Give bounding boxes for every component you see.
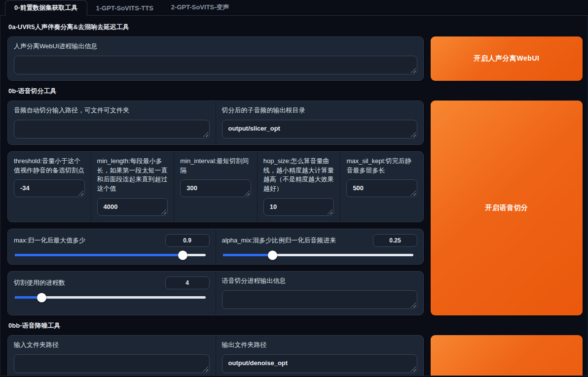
- tab-bar: 0-前置数据集获取工具 1-GPT-SoVITS-TTS 2-GPT-SoVIT…: [0, 0, 588, 16]
- slicer-max-sil-kept-textarea[interactable]: 500: [346, 179, 417, 197]
- slicer-threshold-textarea[interactable]: -34: [14, 179, 85, 197]
- slicer-output-dir-label: 切分后的子音频的输出根目录: [222, 106, 418, 115]
- slicer-hop-size-label: hop_size:怎么算音量曲线，越小精度越大计算量越高（不是精度越大效果越好）: [263, 157, 334, 194]
- slider-max-block: max:归一化后最大值多少: [8, 229, 216, 264]
- tab-content: 0a-UVR5人声伴奏分离&去混响去延迟工具 人声分离WebUI进程输出信息 开…: [0, 16, 588, 376]
- slider-max-thumb[interactable]: [178, 250, 187, 260]
- slicer-paths-panel: 音频自动切分输入路径，可文件可文件夹 切分后的子音频的输出根目录 output/…: [7, 101, 424, 145]
- slicer-min-length-textarea[interactable]: 4000: [97, 198, 168, 216]
- uvr5-output-label: 人声分离WebUI进程输出信息: [14, 42, 417, 51]
- denoise-input-dir-textarea[interactable]: [14, 354, 210, 373]
- open-uvr5-webui-button[interactable]: 开启人声分离WebUI: [431, 36, 583, 81]
- slider-alpha-mix-label: alpha_mix:混多少比例归一化后音频进来: [222, 236, 373, 245]
- slicer-output-dir-cell: 切分后的子音频的输出根目录 output/slicer_opt: [216, 101, 424, 144]
- slicer-threshold-label: threshold:音量小于这个值视作静音的备选切割点: [14, 157, 85, 175]
- slicer-input-path-cell: 音频自动切分输入路径，可文件可文件夹: [8, 101, 216, 144]
- denoise-section-header: 0bb-语音降噪工具: [8, 321, 582, 330]
- slider-alpha-mix-value-input[interactable]: [373, 234, 417, 247]
- denoise-output-dir-cell: 输出文件夹路径 output/denoise_opt: [216, 336, 424, 376]
- slicer-min-interval-textarea[interactable]: 300: [180, 179, 251, 197]
- slider-alpha-mix-thumb[interactable]: [268, 250, 277, 260]
- slider-max-value-input[interactable]: [165, 234, 210, 247]
- denoise-input-dir-cell: 输入文件夹路径: [8, 336, 216, 376]
- slicer-output-dir-textarea[interactable]: output/slicer_opt: [222, 120, 418, 138]
- slider-nproc-track[interactable]: [15, 296, 206, 299]
- slider-nproc-thumb[interactable]: [37, 293, 46, 302]
- slicer-input-path-textarea[interactable]: [14, 120, 210, 138]
- denoise-paths-panel: 输入文件夹路径 输出文件夹路径 output/denoise_opt: [7, 335, 424, 376]
- slider-alpha-mix-track[interactable]: [223, 254, 414, 256]
- slicer-min-interval-label: min_interval:最短切割间隔: [180, 157, 251, 175]
- tab-dataset-tools[interactable]: 0-前置数据集获取工具: [5, 0, 87, 16]
- slicer-section-header: 0b-语音切分工具: [8, 87, 582, 96]
- slicer-threshold-cell: threshold:音量小于这个值视作静音的备选切割点 -34: [8, 152, 91, 222]
- slider-max-track[interactable]: [15, 254, 206, 256]
- slicer-params-panel: threshold:音量小于这个值视作静音的备选切割点 -34 min_leng…: [7, 151, 424, 222]
- slicer-max-sil-kept-cell: max_sil_kept:切完后静音最多留多长 500: [340, 152, 423, 222]
- slicer-min-length-cell: min_length:每段最小多长，如果第一段太短一直和后面段连起来直到超过这个…: [91, 152, 174, 222]
- slicer-hop-size-textarea[interactable]: 10: [263, 198, 334, 216]
- uvr5-section-header: 0a-UVR5人声伴奏分离&去混响去延迟工具: [8, 23, 582, 32]
- slicer-min-length-label: min_length:每段最小多长，如果第一段太短一直和后面段连起来直到超过这个…: [97, 157, 168, 194]
- slider-nproc-block: 切割使用的进程数: [8, 272, 216, 315]
- slicer-min-interval-cell: min_interval:最短切割间隔 300: [174, 152, 257, 222]
- tab-gpt-sovits-voice-change[interactable]: 2-GPT-SoVITS-变声: [162, 0, 238, 15]
- uvr5-output-panel: 人声分离WebUI进程输出信息: [7, 36, 424, 81]
- start-denoise-button[interactable]: 开启语音降噪: [431, 335, 583, 376]
- uvr5-output-textarea[interactable]: [14, 56, 417, 74]
- slicer-hop-size-cell: hop_size:怎么算音量曲线，越小精度越大计算量越高（不是精度越大效果越好）…: [257, 152, 340, 222]
- slider-nproc-value-input[interactable]: [165, 276, 210, 289]
- slicer-output-label: 语音切分进程输出信息: [222, 276, 418, 286]
- slicer-sliders-panel: max:归一化后最大值多少 alpha_mix:混多少比例归一化后音频进来: [7, 229, 424, 265]
- slider-nproc-label: 切割使用的进程数: [14, 278, 165, 288]
- denoise-input-dir-label: 输入文件夹路径: [14, 341, 210, 350]
- slicer-output-textarea[interactable]: [222, 290, 418, 309]
- slicer-input-path-label: 音频自动切分输入路径，可文件可文件夹: [14, 106, 210, 115]
- slicer-section: 音频自动切分输入路径，可文件可文件夹 切分后的子音频的输出根目录 output/…: [7, 101, 583, 315]
- slicer-max-sil-kept-label: max_sil_kept:切完后静音最多留多长: [346, 157, 417, 175]
- uvr5-section: 人声分离WebUI进程输出信息 开启人声分离WebUI: [7, 36, 583, 81]
- slider-max-label: max:归一化后最大值多少: [14, 236, 165, 245]
- tab-gpt-sovits-tts[interactable]: 1-GPT-SoVITS-TTS: [87, 1, 162, 15]
- denoise-output-dir-textarea[interactable]: output/denoise_opt: [222, 354, 418, 373]
- slider-alpha-mix-block: alpha_mix:混多少比例归一化后音频进来: [216, 229, 424, 264]
- denoise-output-dir-label: 输出文件夹路径: [222, 341, 418, 350]
- start-slicing-button[interactable]: 开启语音切分: [431, 101, 583, 315]
- denoise-section: 输入文件夹路径 输出文件夹路径 output/denoise_opt 语音降噪进…: [7, 335, 583, 376]
- slicer-output-cell: 语音切分进程输出信息: [216, 272, 424, 315]
- slicer-process-panel: 切割使用的进程数 语音切分进程输出信息: [7, 271, 424, 315]
